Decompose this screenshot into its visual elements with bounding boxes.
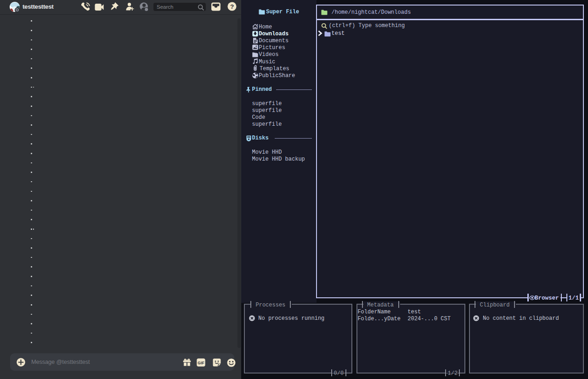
svg-text:?: ? [230, 3, 233, 10]
svg-text:GIF: GIF [198, 360, 204, 365]
